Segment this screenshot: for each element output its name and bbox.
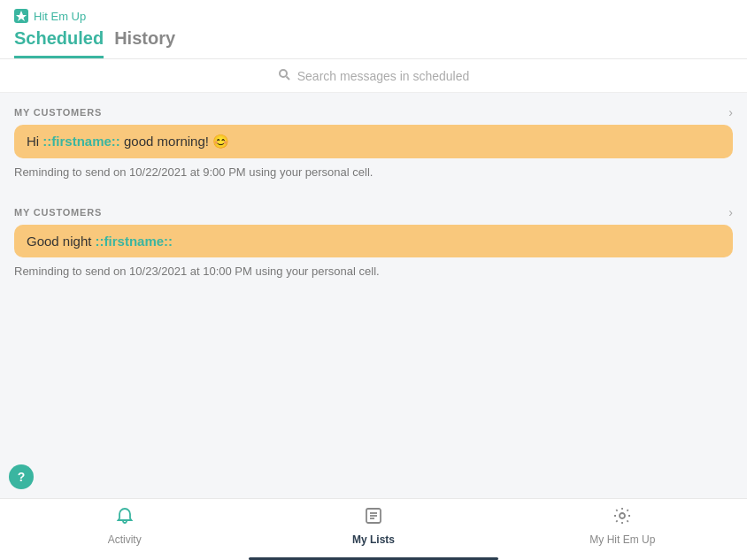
content: MY CUSTOMERS › Hi ::firstname:: good mor… [0,93,747,498]
nav-item-activity[interactable]: Activity [0,506,249,553]
app-title: Hit Em Up [34,10,86,23]
nav-tabs: Scheduled History [14,28,733,58]
msg1-part1: Hi [27,134,42,149]
section-1-label: MY CUSTOMERS [14,107,102,118]
svg-line-2 [286,77,289,81]
chevron-right-icon-1: › [728,105,733,119]
section-2-header[interactable]: MY CUSTOMERS › [14,193,733,225]
search-bar: Search messages in scheduled [0,59,747,93]
search-icon [278,68,290,83]
section-1-header[interactable]: MY CUSTOMERS › [14,93,733,125]
msg1-part2: good morning! 😊 [120,134,229,149]
message-bubble-2[interactable]: Good night ::firstname:: [14,225,733,257]
nav-item-my-hit-em-up[interactable]: My Hit Em Up [498,506,747,553]
svg-marker-0 [16,11,27,21]
section-2: MY CUSTOMERS › Good night ::firstname:: … [0,193,747,292]
nav-label-my-lists: My Lists [352,533,395,546]
message-bubble-1[interactable]: Hi ::firstname:: good morning! 😊 [14,125,733,158]
chevron-right-icon-2: › [728,205,733,219]
app: Hit Em Up Scheduled History Search messa… [0,0,747,560]
search-placeholder: Search messages in scheduled [297,69,470,83]
app-logo [14,9,28,23]
header: Hit Em Up Scheduled History [0,0,747,59]
help-label: ? [18,470,26,484]
gear-icon [612,506,632,530]
reminder-text-1: Reminding to send on 10/22/2021 at 9:00 … [14,162,733,193]
bell-icon [115,506,135,530]
msg2-part1: Good night [27,234,96,249]
tab-history[interactable]: History [114,28,175,58]
help-button[interactable]: ? [9,464,34,489]
svg-point-7 [620,513,625,518]
nav-item-my-lists[interactable]: My Lists [249,506,497,553]
lists-icon [364,506,383,530]
app-name-bar: Hit Em Up [14,9,733,23]
nav-label-activity: Activity [108,533,142,546]
section-2-label: MY CUSTOMERS [14,207,102,218]
msg1-var1: ::firstname:: [42,134,120,149]
nav-label-my-hit-em-up: My Hit Em Up [589,533,655,546]
tab-scheduled[interactable]: Scheduled [14,28,104,58]
search-container[interactable]: Search messages in scheduled [278,68,470,83]
bottom-nav: Activity My Lists My Hit Em Up [0,498,747,560]
msg2-var1: ::firstname:: [96,234,173,249]
svg-point-1 [280,70,287,77]
section-1: MY CUSTOMERS › Hi ::firstname:: good mor… [0,93,747,193]
reminder-text-2: Reminding to send on 10/23/2021 at 10:00… [14,261,733,292]
